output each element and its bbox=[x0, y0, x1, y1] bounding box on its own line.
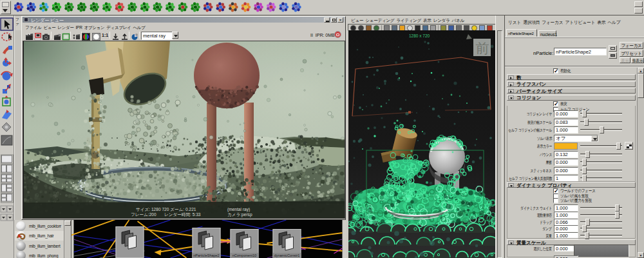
svg-text:フレーム:200: フレーム:200 bbox=[131, 212, 156, 217]
svg-text:カメラ:persp: カメラ:persp bbox=[227, 212, 252, 217]
svg-text:サイズ: 1280 720 ズーム: 0.221: サイズ: 1280 720 ズーム: 0.221 bbox=[136, 207, 196, 212]
svg-text:nParticleShape2: nParticleShape2 bbox=[193, 253, 219, 257]
svg-text:dynamicConstr1: dynamicConstr1 bbox=[274, 253, 300, 257]
svg-text:レンダー時間: 5:33: レンダー時間: 5:33 bbox=[164, 212, 201, 217]
svg-text:nComponent10: nComponent10 bbox=[232, 253, 257, 257]
svg-text:1280 x 720: 1280 x 720 bbox=[409, 34, 430, 38]
svg-text:(mental ray): (mental ray) bbox=[227, 207, 250, 212]
svg-text:前: 前 bbox=[476, 41, 489, 55]
